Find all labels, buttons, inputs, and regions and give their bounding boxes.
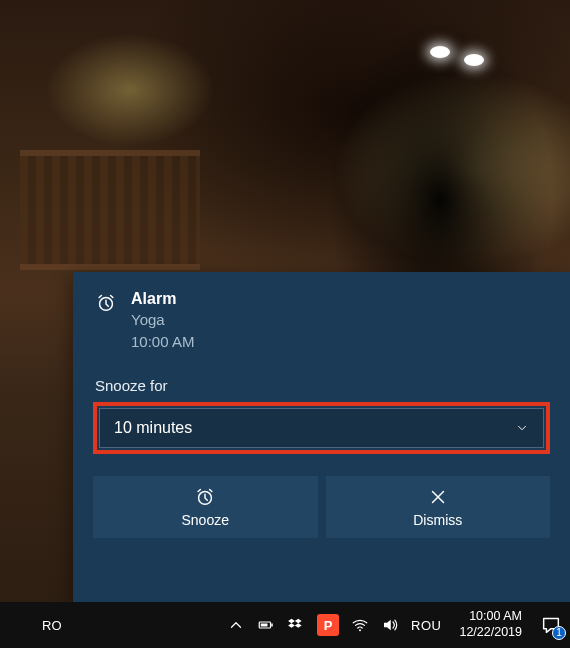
notification-title: Alarm [131, 290, 194, 308]
notification-time: 10:00 AM [131, 332, 194, 352]
alarm-icon [194, 486, 216, 508]
taskbar: RO P ROU 10:00 AM 12/22/2019 [0, 602, 570, 648]
snooze-duration-dropdown[interactable]: 10 minutes [99, 408, 544, 448]
wallpaper-decor [464, 54, 484, 66]
taskbar-clock[interactable]: 10:00 AM 12/22/2019 [453, 609, 528, 640]
keyboard-language[interactable]: ROU [411, 618, 441, 633]
alarm-notification: Alarm Yoga 10:00 AM Snooze for 10 minute… [73, 272, 570, 602]
system-tray: P ROU 10:00 AM 12/22/2019 1 [227, 602, 570, 648]
svg-rect-4 [271, 624, 273, 627]
wifi-icon[interactable] [351, 616, 369, 634]
snooze-duration-value: 10 minutes [114, 419, 192, 437]
tray-overflow-chevron-icon[interactable] [227, 616, 245, 634]
highlight-annotation: 10 minutes [93, 402, 550, 454]
ime-language[interactable]: RO [36, 614, 68, 637]
wallpaper-decor [20, 150, 200, 270]
dismiss-button-label: Dismiss [413, 512, 462, 528]
clock-date: 12/22/2019 [459, 625, 522, 641]
snooze-for-label: Snooze for [73, 359, 570, 402]
notification-subtitle: Yoga [131, 310, 194, 330]
action-center-badge: 1 [552, 626, 566, 640]
wallpaper-decor [430, 46, 450, 58]
alarm-icon [95, 292, 117, 314]
clock-time: 10:00 AM [459, 609, 522, 625]
volume-icon[interactable] [381, 616, 399, 634]
dropbox-icon[interactable] [287, 616, 305, 634]
action-center-icon[interactable]: 1 [540, 614, 562, 636]
wallpaper-decor [280, 0, 570, 310]
battery-icon[interactable] [257, 616, 275, 634]
snooze-button[interactable]: Snooze [93, 476, 318, 538]
svg-point-5 [359, 629, 361, 631]
close-icon [427, 486, 449, 508]
snooze-button-label: Snooze [182, 512, 229, 528]
app-p-icon[interactable]: P [317, 614, 339, 636]
svg-rect-3 [261, 624, 268, 627]
chevron-down-icon [515, 421, 529, 435]
dismiss-button[interactable]: Dismiss [326, 476, 551, 538]
desktop-wallpaper: Alarm Yoga 10:00 AM Snooze for 10 minute… [0, 0, 570, 648]
